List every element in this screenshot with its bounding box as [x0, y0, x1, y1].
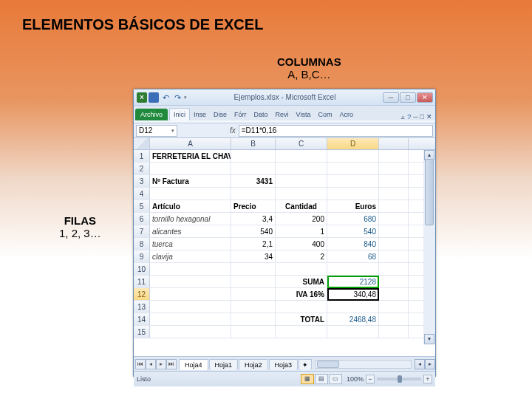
hscroll-right-icon[interactable]: ▸ — [425, 359, 435, 369]
col-header-d[interactable]: D — [327, 138, 379, 149]
row-header[interactable]: 7 — [134, 225, 150, 237]
cell[interactable] — [379, 150, 409, 162]
sheet-nav-first-icon[interactable]: ⏮ — [135, 359, 146, 369]
cell[interactable] — [231, 301, 276, 313]
save-icon[interactable] — [149, 92, 159, 103]
zoom-in-button[interactable]: + — [423, 375, 432, 383]
cell[interactable] — [379, 200, 409, 212]
cell[interactable]: 680 — [327, 213, 379, 225]
zoom-level[interactable]: 100% — [347, 375, 364, 383]
scroll-down-icon[interactable]: ▾ — [424, 334, 434, 344]
cell[interactable]: alicantes — [150, 225, 231, 237]
cell[interactable] — [379, 163, 409, 174]
redo-icon[interactable]: ↷ — [172, 92, 183, 103]
cell[interactable] — [150, 301, 231, 313]
cell[interactable]: 340,48 — [327, 288, 379, 300]
cell[interactable]: 540 — [231, 225, 276, 237]
cell[interactable] — [150, 276, 231, 287]
cell[interactable] — [150, 288, 231, 300]
cell[interactable]: Nº Factura — [150, 175, 231, 187]
cell[interactable]: 840 — [327, 238, 379, 250]
tab-complementos[interactable]: Com — [314, 109, 335, 120]
cell[interactable] — [379, 238, 409, 250]
cell[interactable] — [150, 326, 231, 338]
row-header[interactable]: 15 — [134, 326, 150, 338]
cell[interactable] — [327, 175, 379, 187]
cell[interactable] — [231, 150, 276, 162]
sheet-hscroll[interactable] — [315, 360, 412, 369]
tab-insertar[interactable]: Inse — [190, 109, 210, 120]
vertical-scrollbar[interactable]: ▴ ▾ — [423, 150, 435, 344]
cell[interactable] — [379, 263, 409, 275]
cell[interactable] — [327, 188, 379, 200]
cell[interactable]: Precio — [231, 200, 276, 212]
cell[interactable]: FERRETERIA EL CHAVO — [150, 150, 231, 162]
row-header[interactable]: 9 — [134, 250, 150, 262]
cell[interactable] — [150, 313, 231, 325]
cell[interactable] — [327, 263, 379, 275]
cell[interactable] — [379, 288, 409, 300]
cell[interactable] — [379, 313, 409, 325]
cell[interactable]: Cantidad — [276, 200, 327, 212]
cell[interactable]: 2 — [276, 250, 327, 262]
cell[interactable]: 540 — [327, 225, 379, 237]
col-header-a[interactable]: A — [150, 138, 231, 149]
cell[interactable]: 1 — [276, 225, 327, 237]
cell[interactable] — [231, 326, 276, 338]
cell[interactable]: 400 — [276, 238, 327, 250]
tab-formulas[interactable]: Fórr — [231, 109, 250, 120]
zoom-slider[interactable] — [377, 378, 421, 381]
cell[interactable] — [379, 276, 409, 287]
tab-vista[interactable]: Vista — [293, 109, 315, 120]
minimize-button[interactable]: ─ — [383, 92, 399, 103]
cell[interactable] — [379, 250, 409, 262]
name-box[interactable]: D12 ▾ — [136, 125, 177, 137]
cell[interactable] — [231, 163, 276, 174]
cell[interactable]: 2128 — [327, 276, 379, 287]
cell[interactable]: Euros — [327, 200, 379, 212]
cell[interactable]: 68 — [327, 250, 379, 262]
row-header[interactable]: 13 — [134, 301, 150, 313]
undo-icon[interactable]: ↶ — [160, 92, 171, 103]
col-header-c[interactable]: C — [276, 138, 327, 149]
sheet-tab-hoja4[interactable]: Hoja4 — [179, 359, 208, 370]
cell[interactable]: 2,1 — [231, 238, 276, 250]
sheet-nav-prev-icon[interactable]: ◂ — [146, 359, 156, 369]
formula-input[interactable]: =D11*0,16 — [239, 125, 433, 137]
cell[interactable]: 34 — [231, 250, 276, 262]
tab-revisar[interactable]: Revi — [272, 109, 293, 120]
name-box-dropdown-icon[interactable]: ▾ — [171, 128, 174, 134]
cell[interactable] — [379, 301, 409, 313]
doc-restore-icon[interactable]: □ — [420, 113, 424, 120]
cell[interactable] — [379, 175, 409, 187]
cell[interactable]: tuerca — [150, 238, 231, 250]
cell[interactable] — [231, 276, 276, 287]
select-all-corner[interactable] — [134, 138, 150, 149]
view-pagebreak-icon[interactable]: ▭ — [329, 374, 342, 384]
cell[interactable] — [276, 263, 327, 275]
cell[interactable]: 200 — [276, 213, 327, 225]
row-header[interactable]: 6 — [134, 213, 150, 225]
worksheet-grid[interactable]: A B C D 1FERRETERIA EL CHAVO23Nº Factura… — [134, 138, 435, 357]
cell[interactable] — [379, 326, 409, 338]
cell[interactable] — [276, 163, 327, 174]
tab-diseno[interactable]: Dise — [210, 109, 231, 120]
sheet-nav-last-icon[interactable]: ⏭ — [166, 359, 177, 369]
fx-icon[interactable]: fx — [230, 126, 236, 134]
new-sheet-icon[interactable]: ✦ — [299, 359, 312, 370]
cell[interactable] — [327, 150, 379, 162]
cell[interactable] — [276, 175, 327, 187]
hscroll-thumb[interactable] — [317, 361, 339, 368]
cell[interactable] — [276, 188, 327, 200]
sheet-tab-hoja2[interactable]: Hoja2 — [239, 359, 268, 370]
doc-min-icon[interactable]: ─ — [413, 113, 417, 120]
cell[interactable]: SUMA — [276, 276, 327, 287]
row-header[interactable]: 8 — [134, 238, 150, 250]
row-header[interactable]: 5 — [134, 200, 150, 212]
cell[interactable] — [327, 301, 379, 313]
sheet-tab-hoja1[interactable]: Hoja1 — [209, 359, 239, 370]
row-header[interactable]: 1 — [134, 150, 150, 162]
cell[interactable]: 3431 — [231, 175, 276, 187]
cell[interactable] — [379, 213, 409, 225]
view-pagelayout-icon[interactable]: ▤ — [315, 374, 328, 384]
